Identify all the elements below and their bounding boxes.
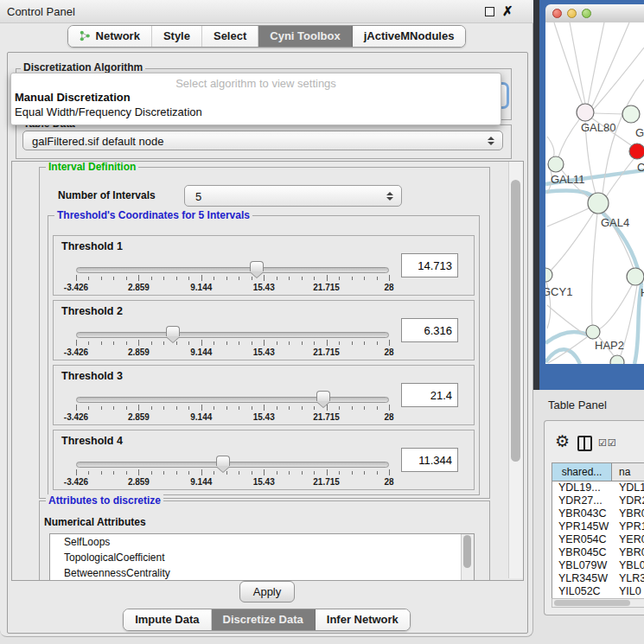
table-row[interactable]: YBR045CYBR0: [552, 546, 644, 559]
gear-icon[interactable]: ⚙: [555, 433, 570, 450]
tick-mark: [277, 406, 277, 410]
node-h[interactable]: [627, 268, 644, 285]
slider-thumb[interactable]: [250, 261, 264, 271]
apply-button[interactable]: Apply: [239, 581, 295, 603]
dropdown-option-equal-width[interactable]: Equal Width/Frequency Discretization: [11, 105, 501, 119]
table-data-combobox[interactable]: galFiltered.sif default node: [22, 131, 503, 150]
column-header-name[interactable]: na: [612, 463, 644, 481]
tick-mark: [327, 469, 328, 475]
table-row[interactable]: YDR27...YDR2: [552, 494, 644, 507]
slider-track[interactable]: [76, 397, 389, 403]
number-of-intervals-combobox[interactable]: 5: [184, 185, 402, 207]
slider-track[interactable]: [76, 332, 389, 338]
threshold-value-field[interactable]: [401, 383, 458, 407]
tab-impute-data[interactable]: Impute Data: [124, 609, 211, 630]
threshold-2-slider[interactable]: -3.4262.8599.14415.4321.71528: [76, 325, 389, 360]
slider-thumb[interactable]: [316, 391, 330, 401]
tick-mark: [188, 277, 189, 280]
tab-label: Discretize Data: [223, 613, 303, 626]
network-edge[interactable]: [554, 22, 583, 105]
slider-track[interactable]: [76, 267, 389, 273]
network-edge[interactable]: [558, 118, 580, 157]
list-scrollbar[interactable]: [461, 534, 474, 581]
slider-track[interactable]: [76, 462, 389, 468]
minimize-traffic-light-icon[interactable]: [567, 9, 577, 18]
node-gal4[interactable]: [588, 193, 609, 214]
threshold-1-slider[interactable]: -3.4262.8599.14415.4321.71528: [76, 260, 389, 295]
numerical-attributes-list[interactable]: SelfLoopsTopologicalCoefficientBetweenne…: [49, 533, 475, 581]
attribute-item[interactable]: SelfLoops: [50, 534, 474, 550]
threshold-value-field[interactable]: [401, 253, 458, 277]
network-canvas[interactable]: GAL80GACGAL11GAL4GCY1HHAP2: [545, 22, 644, 364]
network-edge[interactable]: [592, 22, 629, 106]
network-edge[interactable]: [588, 22, 604, 105]
table-row[interactable]: YLR345WYLR3: [552, 572, 644, 585]
network-edge[interactable]: [594, 48, 644, 109]
tick-mark: [239, 471, 239, 475]
table-row[interactable]: YER054CYER0: [552, 533, 644, 546]
table-scrollbar-thumb[interactable]: [554, 600, 630, 606]
table-row[interactable]: YPR145WYPR1: [552, 520, 644, 533]
table-row[interactable]: YBL079WYBL0: [552, 559, 644, 572]
table-horizontal-scrollbar[interactable]: [552, 598, 644, 608]
network-edge[interactable]: [599, 285, 632, 329]
column-checkboxes-icon[interactable]: ☑☑: [598, 437, 617, 449]
table-cell: YDL1: [612, 481, 644, 494]
tick-mark: [126, 406, 127, 410]
network-window-titlebar[interactable]: [545, 4, 644, 23]
slider-scale-label: 21.715: [313, 348, 340, 357]
network-edge[interactable]: [594, 113, 624, 114]
tab-network[interactable]: Network: [68, 26, 152, 47]
node-red[interactable]: [629, 143, 644, 159]
cyni-mode-tabs: Impute Data Discretize Data Infer Networ…: [123, 609, 411, 631]
threshold-3-slider[interactable]: -3.4262.8599.14415.4321.71528: [76, 390, 389, 424]
table-row[interactable]: YBR043CYBR0: [552, 507, 644, 520]
attribute-item[interactable]: BetweennessCentrality: [50, 565, 474, 581]
network-edge[interactable]: [606, 159, 634, 197]
tick-mark: [101, 277, 102, 280]
attribute-item[interactable]: TopologicalCoefficient: [50, 550, 474, 565]
close-traffic-light-icon[interactable]: [552, 9, 562, 18]
tab-cyni-toolbox[interactable]: Cyni Toolbox: [258, 26, 352, 47]
settings-scrollbar-thumb[interactable]: [511, 180, 520, 462]
threshold-value-field[interactable]: [401, 318, 458, 342]
settings-scrollbar[interactable]: [508, 162, 523, 578]
table-row[interactable]: YDL19...YDL1: [552, 481, 644, 494]
tab-discretize-data[interactable]: Discretize Data: [212, 609, 316, 630]
float-window-icon[interactable]: [485, 7, 494, 16]
network-icon: [80, 30, 91, 41]
node-gal11[interactable]: [548, 156, 564, 172]
threshold-4-panel: Threshold 4 -3.4262.8599.14415.4321.7152…: [53, 430, 475, 490]
threshold-value-field[interactable]: [401, 448, 458, 472]
split-table-icon[interactable]: [577, 436, 592, 451]
node-bottom[interactable]: [610, 355, 624, 364]
network-edge[interactable]: [547, 208, 589, 226]
tab-jactivemnodules[interactable]: jActiveMNodules: [353, 26, 466, 47]
close-icon[interactable]: ✗: [502, 3, 513, 19]
tick-mark: [289, 277, 290, 280]
network-edge[interactable]: [547, 137, 554, 158]
network-edge[interactable]: [551, 213, 594, 271]
tab-select[interactable]: Select: [202, 26, 258, 47]
column-header-shared-name[interactable]: shared...: [552, 463, 612, 481]
tick-mark: [76, 405, 77, 411]
tab-label: Style: [163, 29, 190, 42]
threshold-4-slider[interactable]: -3.4262.8599.14415.4321.71528: [76, 455, 389, 489]
network-edge[interactable]: [592, 214, 597, 325]
dropdown-option-manual[interactable]: Manual Discretization: [11, 90, 501, 105]
table-row[interactable]: YIL052CYIL0: [552, 585, 644, 598]
node-hap2[interactable]: [586, 325, 600, 339]
node-gal80[interactable]: [577, 104, 594, 121]
tab-infer-network[interactable]: Infer Network: [316, 609, 410, 630]
slider-thumb[interactable]: [216, 456, 230, 466]
table-cell: YDL19...: [552, 481, 612, 494]
slider-thumb[interactable]: [166, 326, 180, 336]
slider-scale-label: -3.426: [64, 283, 88, 292]
list-scrollbar-thumb[interactable]: [463, 535, 471, 568]
threshold-label: Threshold 3: [61, 370, 123, 382]
tab-style[interactable]: Style: [152, 26, 202, 47]
tick-mark: [364, 277, 365, 280]
node-top-right[interactable]: [622, 105, 640, 123]
tick-mark: [176, 277, 177, 280]
zoom-traffic-light-icon[interactable]: [582, 9, 591, 18]
